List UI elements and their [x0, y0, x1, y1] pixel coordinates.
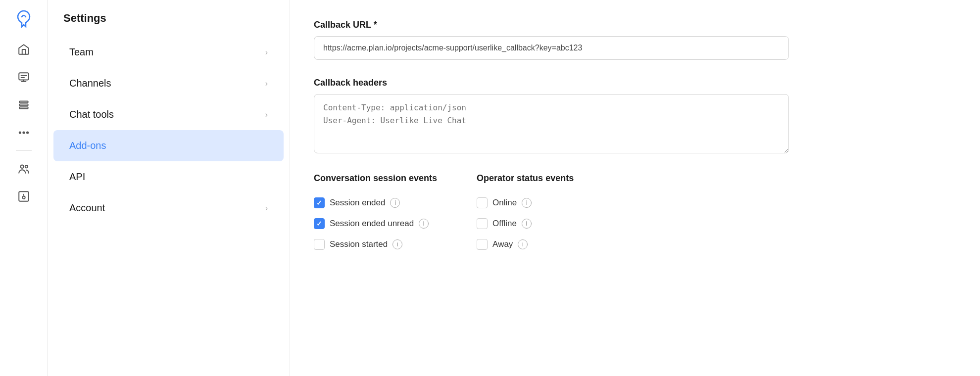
away-label: Away [492, 239, 513, 249]
event-session-started: Session started i [314, 239, 437, 250]
session-ended-checkbox-wrap[interactable] [314, 197, 325, 208]
offline-info-icon[interactable]: i [522, 219, 532, 229]
sidebar-item-account[interactable]: Account › [53, 192, 284, 224]
svg-point-10 [25, 165, 27, 168]
session-started-label: Session started [330, 239, 388, 249]
session-ended-unread-checkbox[interactable] [314, 218, 325, 229]
events-row: Conversation session events Session ende… [314, 173, 956, 250]
callback-headers-textarea[interactable] [314, 94, 789, 153]
operator-events-column: Operator status events Online i Offline … [477, 173, 574, 250]
session-started-info-icon[interactable]: i [392, 239, 402, 249]
chevron-right-icon: › [265, 110, 268, 119]
offline-checkbox-wrap[interactable] [477, 218, 488, 229]
event-session-ended: Session ended i [314, 197, 437, 208]
sidebar-item-api-label: API [69, 171, 85, 183]
conversation-events-column: Conversation session events Session ende… [314, 173, 437, 250]
sidebar-item-channels-label: Channels [69, 78, 111, 89]
chevron-right-icon: › [265, 48, 268, 57]
sidebar-title: Settings [48, 12, 290, 37]
main-content: Callback URL * Callback headers Conversa… [290, 0, 980, 376]
online-checkbox-wrap[interactable] [477, 197, 488, 208]
chevron-right-icon: › [265, 79, 268, 88]
callback-url-label: Callback URL * [314, 20, 956, 30]
away-checkbox-wrap[interactable] [477, 239, 488, 250]
session-ended-label: Session ended [330, 198, 385, 208]
sidebar-item-account-label: Account [69, 202, 105, 214]
callback-headers-label: Callback headers [314, 78, 956, 88]
session-ended-info-icon[interactable]: i [390, 198, 400, 208]
logo-icon[interactable] [13, 8, 35, 30]
session-ended-unread-info-icon[interactable]: i [419, 219, 429, 229]
sidebar-item-channels[interactable]: Channels › [53, 68, 284, 99]
sidebar-item-team[interactable]: Team › [53, 37, 284, 68]
sidebar-item-addons[interactable]: Add-ons [53, 130, 284, 161]
conversation-events-title: Conversation session events [314, 173, 437, 184]
svg-point-9 [20, 165, 24, 168]
team-nav-icon[interactable] [12, 157, 36, 181]
event-away: Away i [477, 239, 574, 250]
session-started-checkbox-wrap[interactable] [314, 239, 325, 250]
svg-point-7 [23, 132, 24, 133]
online-checkbox[interactable] [477, 197, 488, 208]
away-info-icon[interactable]: i [518, 239, 528, 249]
callback-url-section: Callback URL * [314, 20, 956, 60]
online-label: Online [492, 198, 517, 208]
svg-point-8 [26, 132, 28, 133]
sidebar-item-chat-tools-label: Chat tools [69, 109, 114, 120]
session-ended-unread-label: Session ended unread [330, 219, 414, 229]
svg-rect-0 [19, 73, 29, 80]
callback-url-input[interactable] [314, 36, 789, 60]
home-nav-icon[interactable] [12, 38, 36, 61]
event-online: Online i [477, 197, 574, 208]
svg-point-6 [19, 132, 20, 133]
event-offline: Offline i [477, 218, 574, 229]
sidebar-item-team-label: Team [69, 47, 94, 58]
stack-nav-icon[interactable] [12, 93, 36, 117]
away-checkbox[interactable] [477, 239, 488, 250]
icon-rail [0, 0, 48, 376]
online-info-icon[interactable]: i [522, 198, 532, 208]
svg-point-12 [22, 196, 25, 198]
session-ended-checkbox[interactable] [314, 197, 325, 208]
rail-divider [16, 150, 32, 151]
sidebar-item-addons-label: Add-ons [69, 140, 106, 151]
callback-headers-section: Callback headers [314, 78, 956, 155]
offline-checkbox[interactable] [477, 218, 488, 229]
event-session-ended-unread: Session ended unread i [314, 218, 437, 229]
more-nav-icon[interactable] [12, 121, 36, 144]
svg-rect-3 [19, 101, 28, 102]
sidebar-item-api[interactable]: API [53, 161, 284, 192]
chat-nav-icon[interactable] [12, 65, 36, 89]
session-started-checkbox[interactable] [314, 239, 325, 250]
operator-events-title: Operator status events [477, 173, 574, 184]
session-ended-unread-checkbox-wrap[interactable] [314, 218, 325, 229]
svg-rect-4 [19, 104, 28, 105]
offline-label: Offline [492, 219, 517, 229]
svg-rect-5 [19, 107, 28, 108]
sidebar-item-chat-tools[interactable]: Chat tools › [53, 99, 284, 130]
chevron-right-icon: › [265, 204, 268, 213]
widget-nav-icon[interactable] [12, 185, 36, 208]
sidebar: Settings Team › Channels › Chat tools › … [48, 0, 290, 376]
